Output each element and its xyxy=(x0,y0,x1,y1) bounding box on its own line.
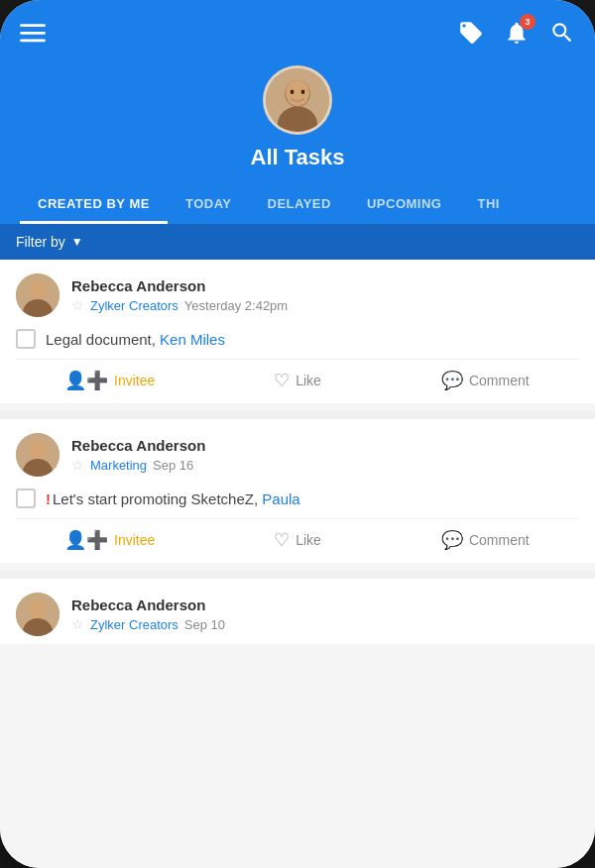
tab-upcoming[interactable]: UPCOMING xyxy=(349,186,460,224)
task-author-name: Rebecca Anderson xyxy=(71,597,225,613)
search-icon[interactable] xyxy=(549,20,575,50)
comment-icon: 💬 xyxy=(441,529,463,551)
task-body: !Let's start promoting SketcheZ, Paula xyxy=(0,485,595,518)
task-meta: Rebecca Anderson ☆ Zylker Creators Sep 1… xyxy=(71,597,225,632)
task-actions: 👤➕ Invitee ♡ Like 💬 Comment xyxy=(16,518,579,563)
svg-rect-2 xyxy=(20,40,46,43)
tabs-bar: CREATED BY ME TODAY DELAYED UPCOMING THI xyxy=(20,186,575,224)
tab-delayed[interactable]: DELAYED xyxy=(250,186,349,224)
header: 3 xyxy=(0,0,595,224)
invitee-button[interactable]: 👤➕ Invitee xyxy=(16,529,203,551)
comment-icon: 💬 xyxy=(441,370,463,391)
profile-section: All Tasks xyxy=(20,65,575,186)
header-icons: 3 xyxy=(458,20,575,50)
content-area: Rebecca Anderson ☆ Zylker Creators Yeste… xyxy=(0,260,595,868)
filter-label: Filter by xyxy=(16,234,65,250)
task-header: Rebecca Anderson ☆ Zylker Creators Sep 1… xyxy=(0,579,595,644)
task-card: Rebecca Anderson ☆ Zylker Creators Yeste… xyxy=(0,260,595,403)
tab-thi[interactable]: THI xyxy=(459,186,517,224)
header-top: 3 xyxy=(20,20,575,65)
phone-frame: 3 xyxy=(0,0,595,868)
notification-icon[interactable]: 3 xyxy=(504,20,530,50)
divider xyxy=(0,571,595,579)
task-project[interactable]: Zylker Creators xyxy=(90,298,178,313)
avatar xyxy=(263,65,332,135)
task-body: Legal document, Ken Miles xyxy=(0,325,595,359)
task-author-name: Rebecca Anderson xyxy=(71,277,288,294)
task-date: Sep 16 xyxy=(153,458,193,473)
invitee-label: Invitee xyxy=(114,373,155,388)
task-project[interactable]: Marketing xyxy=(90,458,147,473)
task-author-name: Rebecca Anderson xyxy=(71,437,205,454)
tag-icon[interactable] xyxy=(458,20,484,50)
task-meta: Rebecca Anderson ☆ Marketing Sep 16 xyxy=(71,437,205,473)
like-icon: ♡ xyxy=(274,529,290,551)
task-project[interactable]: Zylker Creators xyxy=(90,617,178,632)
task-link[interactable]: Paula xyxy=(262,490,299,507)
task-checkbox[interactable] xyxy=(16,329,36,349)
star-icon: ☆ xyxy=(71,457,84,473)
filter-dropdown-icon: ▼ xyxy=(71,235,83,249)
filter-bar[interactable]: Filter by ▼ xyxy=(0,224,595,260)
like-icon: ♡ xyxy=(274,370,290,391)
task-author-avatar xyxy=(16,593,60,636)
svg-point-8 xyxy=(301,89,305,94)
urgent-mark: ! xyxy=(46,490,51,507)
like-button[interactable]: ♡ Like xyxy=(203,529,391,551)
comment-label: Comment xyxy=(469,532,530,548)
comment-button[interactable]: 💬 Comment xyxy=(392,370,579,391)
task-actions: 👤➕ Invitee ♡ Like 💬 Comment xyxy=(16,359,579,403)
task-card: Rebecca Anderson ☆ Marketing Sep 16 !Let… xyxy=(0,419,595,563)
task-description: Legal document, Ken Miles xyxy=(46,331,225,348)
comment-label: Comment xyxy=(469,373,530,388)
svg-point-16 xyxy=(29,599,47,619)
tab-created-by-me[interactable]: CREATED BY ME xyxy=(20,186,168,224)
page-title: All Tasks xyxy=(251,145,345,170)
task-date: Sep 10 xyxy=(184,617,225,632)
like-button[interactable]: ♡ Like xyxy=(203,370,391,391)
task-header: Rebecca Anderson ☆ Marketing Sep 16 xyxy=(0,419,595,485)
invitee-label: Invitee xyxy=(114,532,155,548)
task-date: Yesterday 2:42pm xyxy=(184,298,288,313)
task-info-row: ☆ Zylker Creators Yesterday 2:42pm xyxy=(71,297,288,313)
comment-button[interactable]: 💬 Comment xyxy=(392,529,579,551)
star-icon: ☆ xyxy=(71,297,84,313)
task-info-row: ☆ Marketing Sep 16 xyxy=(71,457,205,473)
like-label: Like xyxy=(296,532,321,548)
invitee-icon: 👤➕ xyxy=(64,370,108,391)
task-info-row: ☆ Zylker Creators Sep 10 xyxy=(71,616,225,632)
task-checkbox[interactable] xyxy=(16,488,36,508)
task-author-avatar xyxy=(16,433,60,477)
menu-icon[interactable] xyxy=(20,20,46,50)
task-link[interactable]: Ken Miles xyxy=(160,331,225,348)
invitee-button[interactable]: 👤➕ Invitee xyxy=(16,370,203,391)
task-author-avatar xyxy=(16,273,60,317)
task-description: !Let's start promoting SketcheZ, Paula xyxy=(46,490,300,507)
svg-rect-0 xyxy=(20,24,46,27)
svg-rect-1 xyxy=(20,32,46,35)
star-icon: ☆ xyxy=(71,616,84,632)
task-card: Rebecca Anderson ☆ Zylker Creators Sep 1… xyxy=(0,579,595,644)
invitee-icon: 👤➕ xyxy=(64,529,108,551)
like-label: Like xyxy=(296,373,321,388)
task-header: Rebecca Anderson ☆ Zylker Creators Yeste… xyxy=(0,260,595,325)
divider xyxy=(0,411,595,419)
notification-badge: 3 xyxy=(520,14,536,30)
svg-point-7 xyxy=(291,89,295,94)
svg-point-10 xyxy=(29,280,47,300)
task-meta: Rebecca Anderson ☆ Zylker Creators Yeste… xyxy=(71,277,288,313)
svg-point-13 xyxy=(29,440,47,460)
tab-today[interactable]: TODAY xyxy=(168,186,250,224)
